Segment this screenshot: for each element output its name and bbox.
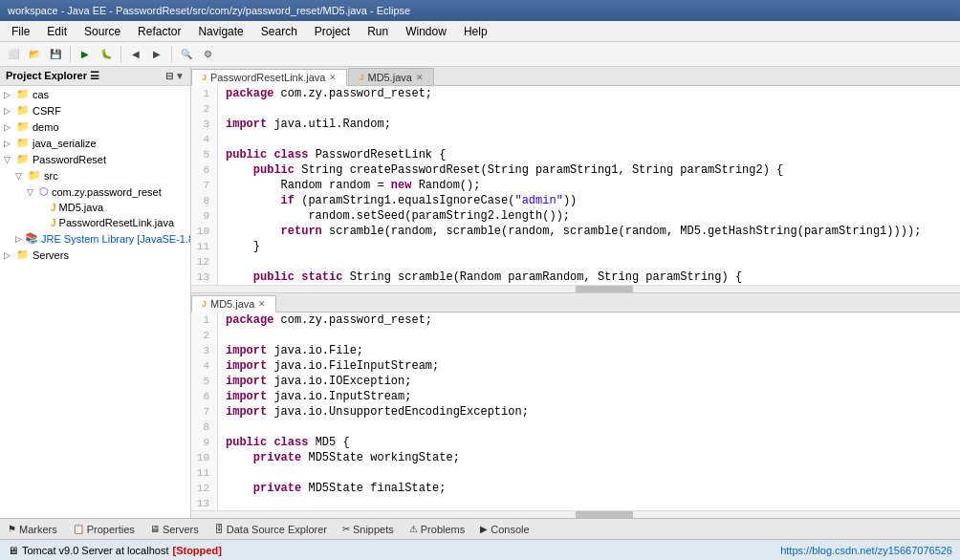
bottom-tab-markers-label: Markers [19,524,57,535]
menu-run[interactable]: Run [360,23,396,40]
code-editor-bottom[interactable]: 1package com.zy.password_reset; 2 3impor… [191,312,960,511]
bottom-tab-snippets[interactable]: ✂ Snippets [335,522,402,537]
tree-label-servers: Servers [33,249,69,261]
sidebar-collapse-icon[interactable]: ⊟ [165,71,173,81]
menu-search[interactable]: Search [253,23,305,40]
h-scrollbar-thumb-bottom[interactable] [576,511,633,518]
toolbar-next[interactable]: ▶ [147,45,166,64]
toolbar-new[interactable]: ⬜ [4,45,23,64]
tab-close-prl[interactable]: ✕ [329,73,337,82]
code-line: 10 private MD5State workingState; [191,450,960,465]
code-editor-top[interactable]: 1package com.zy.password_reset; 2 3impor… [191,86,960,285]
h-scrollbar-thumb-top[interactable] [576,286,633,292]
markers-icon: ⚑ [8,524,16,534]
tree-label-prl: PasswordResetLink.java [59,217,174,228]
sidebar-menu-icon[interactable]: ▼ [175,71,185,81]
menu-refactor[interactable]: Refactor [130,23,188,40]
status-right[interactable]: https://blog.csdn.net/zy15667076526 [780,545,952,556]
menu-project[interactable]: Project [307,23,358,40]
bottom-tab-datasource[interactable]: 🗄 Data Source Explorer [207,522,335,537]
folder-icon-cas: 📁 [16,88,30,100]
code-line: 7import java.io.UnsupportedEncodingExcep… [191,404,960,420]
code-line: 4 [191,132,960,147]
menu-file[interactable]: File [4,23,37,40]
toolbar-open[interactable]: 📂 [25,45,44,64]
toolbar-sep2 [120,46,121,63]
bottom-tab-servers[interactable]: 🖥 Servers [142,522,207,537]
tab-label-md5: MD5.java [210,298,254,310]
status-link[interactable]: https://blog.csdn.net/zy15667076526 [780,545,952,556]
tab-md5-top[interactable]: J MD5.java ✕ [348,68,433,85]
properties-icon: 📋 [73,524,84,534]
bottom-tab-properties[interactable]: 📋 Properties [65,522,142,537]
bottom-tab-snippets-label: Snippets [353,524,394,535]
toolbar-more[interactable]: ⚙ [198,45,217,64]
tree-label-cas: cas [33,89,49,100]
h-scrollbar-bottom[interactable] [191,510,960,518]
tab-passwordresetlink[interactable]: J PasswordResetLink.java ✕ [191,69,347,86]
code-line: 12 private MD5State finalState; [191,481,960,496]
menu-help[interactable]: Help [456,23,495,40]
code-line: 1package com.zy.password_reset; [191,312,960,328]
editor-pane-bottom: J MD5.java ✕ 1package com.zy.password_re… [191,293,960,519]
tree-item-passwordresetlink[interactable]: J PasswordResetLink.java [0,215,190,230]
folder-icon-java-serialize: 📁 [16,137,30,149]
h-scrollbar-top[interactable] [191,285,960,292]
menu-navigate[interactable]: Navigate [190,23,251,40]
code-line: 4import java.io.FileInputStream; [191,358,960,374]
menu-window[interactable]: Window [398,23,454,40]
expand-arrow-package: ▽ [27,187,36,197]
editor-area: J PasswordResetLink.java ✕ J MD5.java ✕ … [191,67,960,518]
tree-item-passwordreset[interactable]: ▽ 📁 PasswordReset [0,151,190,167]
problems-icon: ⚠ [409,524,418,534]
tab-java-icon-prl: J [202,73,207,82]
code-line: 3import java.io.File; [191,343,960,358]
toolbar-search[interactable]: 🔍 [177,45,196,64]
tree-label-passwordreset: PasswordReset [33,154,106,165]
sidebar-title: Project Explorer ☰ [6,70,99,82]
editor-tabs-bottom: J MD5.java ✕ [191,293,960,312]
code-line: 5import java.io.IOException; [191,374,960,389]
datasource-icon: 🗄 [214,524,224,534]
tree-label-csrf: CSRF [33,105,61,117]
tab-label-md5-top: MD5.java [367,72,411,83]
tree-item-src[interactable]: ▽ 📁 src [0,167,190,183]
folder-icon-passwordreset: 📁 [16,153,30,165]
status-server-status: [Stopped] [172,545,221,556]
toolbar-save[interactable]: 💾 [46,45,65,64]
toolbar-debug[interactable]: 🐛 [97,45,116,64]
tab-md5-bottom[interactable]: J MD5.java ✕ [191,295,276,312]
main-layout: Project Explorer ☰ ⊟ ▼ ▷ 📁 cas ▷ 📁 CSRF … [0,67,960,518]
bottom-tab-servers-label: Servers [163,524,199,535]
tab-close-md5[interactable]: ✕ [258,299,266,309]
bottom-tab-console[interactable]: ▶ Console [472,522,536,537]
tree-item-java-serialize[interactable]: ▷ 📁 java_serialize [0,135,190,151]
bottom-tab-datasource-label: Data Source Explorer [227,524,327,535]
status-server-text: Tomcat v9.0 Server at localhost [22,545,168,556]
tree-item-cas[interactable]: ▷ 📁 cas [0,86,190,102]
bottom-tab-problems[interactable]: ⚠ Problems [402,522,472,537]
java-icon-md5: J [51,203,56,213]
sidebar-header-icons: ⊟ ▼ [165,71,185,81]
code-line: 6import java.io.InputStream; [191,389,960,404]
tab-java-icon-md5-top: J [359,73,363,82]
toolbar-prev[interactable]: ◀ [126,45,145,64]
expand-arrow-java-serialize: ▷ [4,139,13,148]
menu-edit[interactable]: Edit [39,23,75,40]
toolbar-run[interactable]: ▶ [76,45,95,64]
tree-item-md5[interactable]: J MD5.java [0,200,190,215]
tree-item-csrf[interactable]: ▷ 📁 CSRF [0,102,190,118]
bottom-tab-markers[interactable]: ⚑ Markers [0,522,65,537]
tree-item-servers[interactable]: ▷ 📁 Servers [0,247,190,263]
tree-item-demo[interactable]: ▷ 📁 demo [0,118,190,135]
tree-item-package[interactable]: ▽ ⬡ com.zy.password_reset [0,183,190,200]
bottom-tab-console-label: Console [491,524,529,535]
code-line: 12 [191,254,960,269]
bottom-tab-properties-label: Properties [87,524,135,535]
menu-source[interactable]: Source [76,23,128,40]
status-bar: 🖥 Tomcat v9.0 Server at localhost [Stopp… [0,539,960,560]
tab-close-md5-top[interactable]: ✕ [416,73,424,82]
tree-item-jre[interactable]: ▷ 📚 JRE System Library [JavaSE-1.8] [0,230,190,247]
code-line: 1package com.zy.password_reset; [191,86,960,101]
snippets-icon: ✂ [342,524,350,534]
